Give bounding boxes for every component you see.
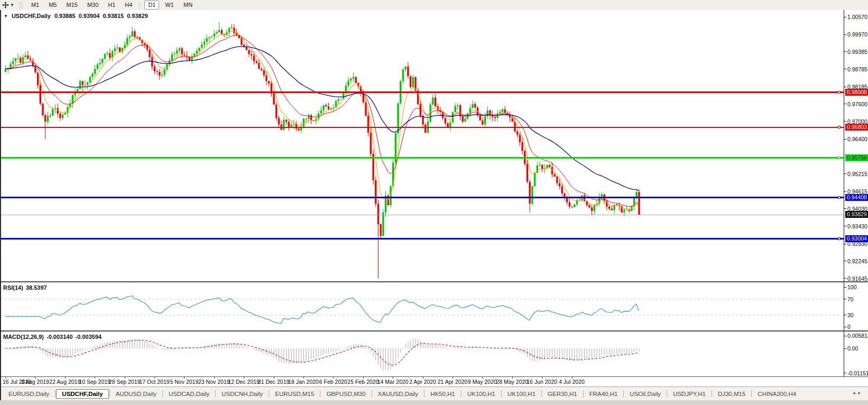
caret-down-icon[interactable]: ▼ [10, 1, 14, 9]
toolbar-grip-handle[interactable] [20, 2, 22, 8]
line-handle[interactable] [838, 157, 841, 159]
tab-eurusd-m15[interactable]: EURUSD,M15 [270, 389, 319, 399]
tab-china300-h4[interactable]: CHINA300,H4 [752, 389, 801, 399]
date-label: 4 Jul 2020 [559, 379, 584, 385]
macd-main-value: -0.003140 [47, 334, 73, 340]
tab-eurusd-daily[interactable]: EURUSD,Daily [3, 389, 54, 399]
price-tick-label: 0.97600 [847, 101, 867, 107]
horizontal-line-0.94408[interactable] [0, 197, 844, 198]
price-tick-label: 0.99385 [847, 49, 867, 55]
tab-uk100-h1[interactable]: UK100,H1 [502, 389, 541, 399]
timeframe-button-h4[interactable]: H4 [121, 1, 136, 10]
main-chart-panel: ▼ USDCHF,Daily 0.93885 0.93904 0.93815 0… [0, 10, 868, 281]
triangle-down-icon[interactable]: ▼ [4, 14, 8, 19]
axis-tick [844, 299, 846, 299]
tab-separator [372, 390, 372, 397]
line-handle[interactable] [838, 126, 841, 128]
tab-usdcnh-daily[interactable]: USDCNH,Daily [216, 389, 268, 399]
axis-tick [844, 226, 846, 226]
timeframe-button-m5[interactable]: M5 [45, 1, 60, 10]
axis-tick [844, 121, 846, 122]
trading-platform-window: ▼ M1M5M15M30H1H4D1W1MN ▼ USDCHF,Daily 0.… [0, 0, 868, 405]
rsi-tick-label: 0 [847, 324, 851, 330]
line-handle[interactable] [838, 237, 841, 240]
macd-canvas[interactable] [0, 332, 844, 376]
line-price-label: 0.93004 [845, 235, 868, 242]
tab-separator [269, 390, 269, 397]
timeframe-button-mn[interactable]: MN [180, 1, 196, 10]
tab-ger30-h1[interactable]: GER30,H1 [542, 389, 583, 399]
date-label: 17 Oct 2019 [139, 379, 169, 385]
tab-separator [162, 390, 163, 397]
date-label: 6 Feb 2020 [319, 379, 347, 385]
tab-usdchf-daily[interactable]: USDCHF,Daily [56, 389, 108, 399]
macd-tick-label: -0.011514 [847, 370, 868, 376]
tab-gbpusd-m30[interactable]: GBPUSD,M30 [321, 389, 371, 399]
status-strip [0, 400, 868, 405]
open-value: 0.93885 [54, 13, 76, 19]
tab-xauusd-daily[interactable]: XAUUSD,Daily [373, 389, 424, 399]
tab-separator [55, 390, 56, 397]
axis-tick [844, 327, 846, 327]
timeframe-button-d1[interactable]: D1 [144, 1, 159, 10]
crosshair-tool-icon[interactable] [1, 1, 10, 9]
axis-tick [844, 336, 846, 336]
axis-tick [844, 315, 846, 315]
toolbar-separator [140, 2, 141, 9]
rsi-canvas[interactable] [0, 282, 844, 330]
axis-tick [844, 278, 846, 279]
horizontal-line-0.93004[interactable] [0, 238, 844, 240]
rsi-tick-label: 100 [847, 284, 857, 290]
tab-separator [541, 390, 542, 397]
rsi-name: RSI(14) [3, 284, 23, 291]
date-label: 31 Dec 2019 [258, 379, 290, 385]
tab-separator [215, 390, 216, 397]
timeframe-button-m30[interactable]: M30 [84, 1, 102, 10]
date-label: 16 Jun 2020 [527, 379, 557, 385]
line-handle[interactable] [838, 91, 841, 94]
tab-usdjpy-h1[interactable]: USDJPY,H1 [668, 389, 711, 399]
tab-separator [712, 390, 712, 397]
tab-separator [583, 390, 584, 397]
date-label: 22 Aug 2019 [49, 379, 80, 385]
tab-dj30-m15[interactable]: DJ30,M15 [713, 389, 751, 399]
date-axis[interactable]: 16 Jul 20193 Aug 201922 Aug 201910 Sep 2… [0, 376, 868, 386]
axis-tick [844, 261, 846, 261]
date-label: 2 Apr 2020 [409, 379, 436, 385]
tab-scroll-right-icon[interactable]: ▸ [858, 390, 864, 395]
high-value: 0.93904 [79, 13, 100, 19]
macd-name: MACD(12,26,9) [3, 334, 44, 340]
price-axis[interactable]: 1.005700.999700.993850.987850.981850.976… [844, 10, 868, 281]
current-price-label: 0.93829 [845, 211, 868, 218]
price-tick-label: 0.96400 [847, 136, 867, 142]
timeframe-button-m1[interactable]: M1 [27, 1, 43, 10]
axis-tick [844, 51, 846, 52]
timeframe-button-w1[interactable]: W1 [161, 1, 178, 10]
tab-uk100-h1[interactable]: UK100,H1 [462, 389, 501, 399]
tab-fra40-h1[interactable]: FRA40,H1 [584, 389, 623, 399]
axis-tick [844, 208, 846, 209]
candlestick-chart-canvas[interactable] [0, 10, 844, 281]
horizontal-line-0.95758[interactable] [0, 157, 844, 159]
date-label: 28 May 2020 [496, 379, 528, 385]
tab-usoil-daily[interactable]: USOil,Daily [624, 389, 666, 399]
tab-scroll-left-icon[interactable]: ◂ [853, 390, 858, 395]
line-handle[interactable] [838, 196, 841, 199]
timeframe-button-m15[interactable]: M15 [62, 1, 81, 10]
price-tick-label: 0.93430 [847, 223, 867, 229]
axis-tick [844, 373, 846, 373]
timeframe-toolbar: ▼ M1M5M15M30H1H4D1W1MN [0, 0, 868, 11]
chart-title: ▼ USDCHF,Daily 0.93885 0.93904 0.93815 0… [4, 13, 148, 19]
tab-separator [320, 390, 320, 397]
rsi-panel: RSI(14) 38.5397 10070300 [0, 281, 868, 330]
tab-hk50-h1[interactable]: HK50,H1 [425, 389, 460, 399]
line-price-label: 0.94408 [845, 194, 868, 201]
horizontal-line-0.98008[interactable] [0, 91, 844, 93]
line-price-label: 0.95758 [845, 154, 868, 161]
tab-usdcad-daily[interactable]: USDCAD,Daily [163, 389, 215, 399]
date-label: 14 Mar 2020 [377, 379, 409, 385]
horizontal-line-0.96803[interactable] [0, 127, 844, 128]
rsi-label: RSI(14) 38.5397 [3, 284, 47, 291]
tab-audusd-daily[interactable]: AUDUSD,Daily [110, 389, 162, 399]
timeframe-button-h1[interactable]: H1 [104, 1, 119, 10]
